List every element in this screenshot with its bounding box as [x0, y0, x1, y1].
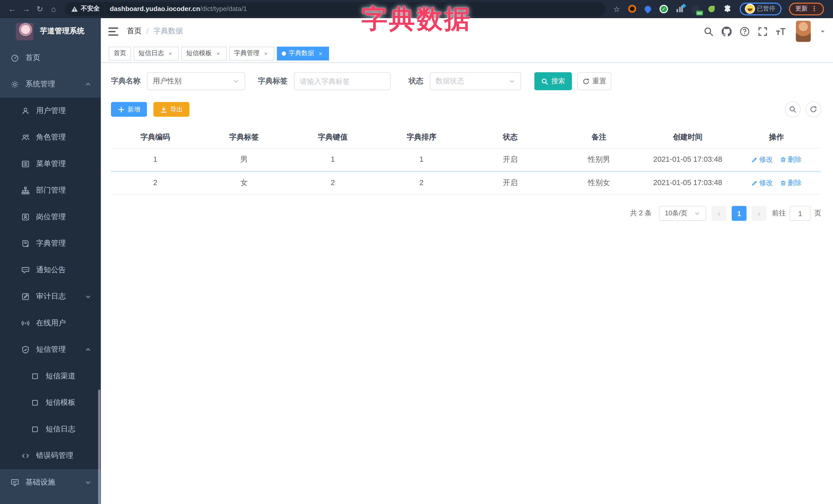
page-size-select[interactable]: 10条/页: [659, 206, 706, 221]
tab-dict-type[interactable]: 字典管理×: [229, 46, 274, 60]
export-button[interactable]: 导出: [153, 102, 189, 117]
sidebar-item-label: 岗位管理: [36, 212, 66, 222]
tab-sms-template[interactable]: 短信模板×: [182, 46, 227, 60]
column-header: 状态: [466, 127, 555, 148]
extension-stats-icon[interactable]: [675, 4, 684, 13]
table-cell: 2: [377, 172, 466, 194]
dict-name-select[interactable]: 用户性别: [147, 72, 245, 90]
sidebar-item-system[interactable]: 系统管理: [0, 71, 101, 98]
tab-dict-data[interactable]: 字典数据×: [277, 46, 329, 60]
sidebar-item-audit-log[interactable]: 审计日志: [0, 283, 101, 310]
sidebar-item-sms-channel[interactable]: 短信渠道: [0, 363, 101, 390]
sidebar-item-role-mgmt[interactable]: 角色管理: [0, 124, 101, 151]
close-icon[interactable]: ×: [317, 50, 324, 57]
sidebar-item-sms-mgmt[interactable]: 短信管理: [0, 336, 101, 363]
extension-leaf-icon[interactable]: [707, 4, 716, 13]
search-button[interactable]: 搜索: [534, 72, 572, 90]
search-icon[interactable]: [704, 26, 714, 36]
help-icon[interactable]: [740, 26, 750, 36]
filter-form: 字典名称 用户性别 字典标签 状态 数据状态 搜索: [111, 72, 822, 90]
extension-check-icon[interactable]: ✓: [659, 4, 668, 13]
close-icon[interactable]: ×: [262, 50, 270, 57]
table-cell: 女: [200, 172, 288, 194]
sidebar-item-sms-template[interactable]: 短信模板: [0, 389, 101, 416]
dict-tag-input[interactable]: [294, 72, 390, 90]
sidebar-item-user-mgmt[interactable]: 用户管理: [0, 98, 101, 124]
home-button[interactable]: ⌂: [47, 2, 61, 16]
paused-badge-label: 已暂停: [757, 5, 775, 13]
tab-home[interactable]: 首页: [109, 46, 131, 60]
sidebar-item-online-user[interactable]: 在线用户: [0, 310, 101, 337]
omnibox[interactable]: 不安全 dashboard.yudao.iocoder.cn/dict/type…: [65, 2, 606, 16]
sidebar-item-notice[interactable]: 通知公告: [0, 257, 101, 284]
fullscreen-icon[interactable]: [758, 26, 768, 36]
user-icon: [21, 106, 30, 115]
sidebar-item-error-code[interactable]: 错误码管理: [0, 442, 101, 469]
table-cell: 1: [288, 149, 377, 171]
breadcrumb-home[interactable]: 首页: [127, 27, 142, 36]
data-table: 字典编码字典标签字典键值字典排序状态备注创建时间操作1男11开启性别男2021-…: [111, 127, 821, 195]
table-cell: 2021-01-05 17:03:48: [643, 149, 732, 171]
delete-link[interactable]: 删除: [780, 178, 802, 188]
reload-button[interactable]: ↻: [33, 2, 47, 16]
reset-button[interactable]: 重置: [577, 72, 611, 90]
github-icon[interactable]: [721, 26, 732, 36]
delete-link[interactable]: 删除: [780, 155, 802, 164]
security-chip[interactable]: 不安全: [71, 4, 105, 13]
table-cell: 1: [377, 149, 466, 171]
sidebar-item-post-mgmt[interactable]: 岗位管理: [0, 204, 101, 231]
hamburger-button[interactable]: [108, 27, 118, 36]
prev-page-button[interactable]: ‹: [712, 206, 727, 221]
current-page-button[interactable]: 1: [732, 206, 747, 221]
sidebar-item-dept-mgmt[interactable]: 部门管理: [0, 177, 101, 204]
trash-icon: [780, 157, 786, 163]
toggle-search-button[interactable]: [785, 101, 801, 117]
browser-menu-icon[interactable]: ⋮: [811, 5, 818, 13]
extension-drop-icon[interactable]: [643, 4, 652, 13]
close-icon[interactable]: ×: [214, 50, 222, 57]
search-button-label: 搜索: [551, 76, 565, 86]
edit-link[interactable]: 修改: [751, 178, 773, 188]
paused-badge[interactable]: 已暂停: [739, 2, 782, 15]
goto-page-input[interactable]: [789, 206, 811, 221]
avatar[interactable]: [796, 21, 811, 42]
refresh-table-button[interactable]: [805, 101, 821, 117]
status-select[interactable]: 数据状态: [430, 72, 521, 90]
table-cell: 开启: [466, 149, 555, 171]
tab-sms-log[interactable]: 短信日志×: [134, 46, 179, 60]
back-button[interactable]: ←: [5, 2, 19, 16]
sidebar-item-infra[interactable]: 基础设施: [0, 469, 101, 496]
add-button[interactable]: 新增: [111, 102, 147, 117]
sidebar-scrollbar[interactable]: [98, 389, 100, 504]
extension-ubuntu-icon[interactable]: [627, 4, 636, 13]
app-logo[interactable]: 芋道管理系统: [0, 18, 101, 45]
sidebar-item-menu-mgmt[interactable]: 菜单管理: [0, 151, 101, 177]
status-label: 状态: [408, 76, 423, 86]
extension-on-switch-icon[interactable]: on: [691, 4, 700, 13]
sidebar-item-dict-mgmt[interactable]: 字典管理: [0, 230, 101, 257]
column-header: 操作: [732, 127, 821, 148]
export-button-label: 导出: [170, 105, 183, 114]
update-button[interactable]: 更新 ⋮: [789, 2, 824, 15]
row-actions: 修改删除: [732, 149, 821, 171]
refresh-icon: [582, 78, 589, 85]
chevron-up-icon: [85, 346, 91, 353]
extensions-puzzle-icon[interactable]: [723, 4, 732, 13]
tab-label: 短信日志: [138, 49, 164, 58]
logo-image: [16, 23, 33, 40]
sidebar-item-sms-log[interactable]: 短信日志: [0, 416, 101, 443]
square-icon: [31, 372, 39, 380]
sidebar-item-label: 用户管理: [36, 106, 66, 116]
page-size-value: 10条/页: [665, 209, 694, 218]
url-text: dashboard.yudao.iocoder.cn/dict/type/dat…: [110, 5, 247, 13]
security-label: 不安全: [81, 4, 100, 13]
edit-link[interactable]: 修改: [751, 155, 773, 164]
chevron-up-icon: [85, 81, 91, 88]
forward-button[interactable]: →: [19, 2, 33, 16]
close-icon[interactable]: ×: [167, 50, 174, 57]
avatar-caret-down-icon[interactable]: [820, 28, 826, 34]
font-size-icon[interactable]: [776, 26, 786, 36]
bookmark-star-icon[interactable]: ☆: [613, 5, 620, 13]
next-page-button[interactable]: ›: [752, 206, 767, 221]
sidebar-item-home[interactable]: 首页: [0, 45, 101, 71]
